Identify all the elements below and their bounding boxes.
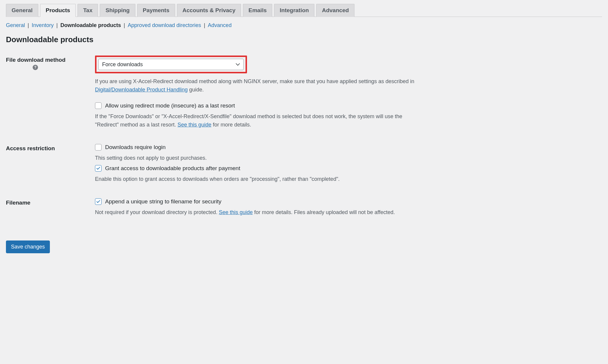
link-see-guide-redirect[interactable]: See this guide [178,122,211,128]
desc-text: for more details. [211,122,251,128]
highlight-box: Force downloads [95,56,247,73]
desc-text: guide. [188,87,204,93]
label-filename: Filename [6,200,30,206]
desc-text: If you are using X-Accel-Redirect downlo… [95,78,414,84]
desc-text: for more details. Files already uploaded… [253,209,395,215]
subnav-inventory[interactable]: Inventory [32,22,54,28]
row-file-download-method: File download method ? Force downloads I… [6,56,602,129]
subnav-approved-download-directories[interactable]: Approved download directories [128,22,201,28]
subnav-downloadable-products[interactable]: Downloadable products [61,22,121,28]
tab-shipping[interactable]: Shipping [100,4,135,17]
label-access-restriction: Access restriction [6,145,55,151]
label-downloads-require-login[interactable]: Downloads require login [105,144,166,151]
separator: | [124,22,127,28]
checkbox-downloads-require-login[interactable] [95,144,102,151]
link-digital-downloadable-handling[interactable]: Digital/Downloadable Product Handling [95,87,188,93]
tab-payments[interactable]: Payments [137,4,175,17]
desc-append-unique-string: Not required if your download directory … [95,208,419,217]
file-download-method-description: If you are using X-Accel-Redirect downlo… [95,77,419,94]
help-icon[interactable]: ? [33,65,38,70]
page-title: Downloadable products [6,35,602,44]
separator: | [204,22,207,28]
tab-tax[interactable]: Tax [77,4,98,17]
tab-integration[interactable]: Integration [274,4,314,17]
subnav-advanced[interactable]: Advanced [208,22,232,28]
tab-general[interactable]: General [6,4,38,17]
label-append-unique-string[interactable]: Append a unique string to filename for s… [105,198,221,205]
tab-emails[interactable]: Emails [243,4,272,17]
save-button[interactable]: Save changes [6,240,50,253]
desc-text: Not required if your download directory … [95,209,219,215]
row-filename: Filename Append a unique string to filen… [6,198,602,217]
label-allow-redirect[interactable]: Allow using redirect mode (insecure) as … [105,102,235,109]
settings-tabs: General Products Tax Shipping Payments A… [6,4,602,17]
separator: | [56,22,59,28]
tab-products[interactable]: Products [40,4,76,17]
checkbox-append-unique-string[interactable] [95,198,102,205]
separator: | [28,22,31,28]
row-access-restriction: Access restriction Downloads require log… [6,144,602,184]
file-download-method-select[interactable]: Force downloads [98,59,244,70]
desc-allow-redirect: If the "Force Downloads" or "X-Accel-Red… [95,113,419,129]
desc-grant-access: Enable this option to grant access to do… [95,175,419,183]
label-grant-access-after-payment[interactable]: Grant access to downloadable products af… [105,165,240,172]
link-see-guide-filename[interactable]: See this guide [219,209,253,215]
checkbox-allow-redirect[interactable] [95,102,102,109]
desc-require-login: This setting does not apply to guest pur… [95,154,419,162]
checkbox-grant-access-after-payment[interactable] [95,165,102,172]
tab-accounts-privacy[interactable]: Accounts & Privacy [177,4,241,17]
tab-advanced[interactable]: Advanced [316,4,354,17]
subsection-nav: General | Inventory | Downloadable produ… [6,22,602,29]
subnav-general[interactable]: General [6,22,25,28]
label-file-download-method: File download method [6,57,66,63]
